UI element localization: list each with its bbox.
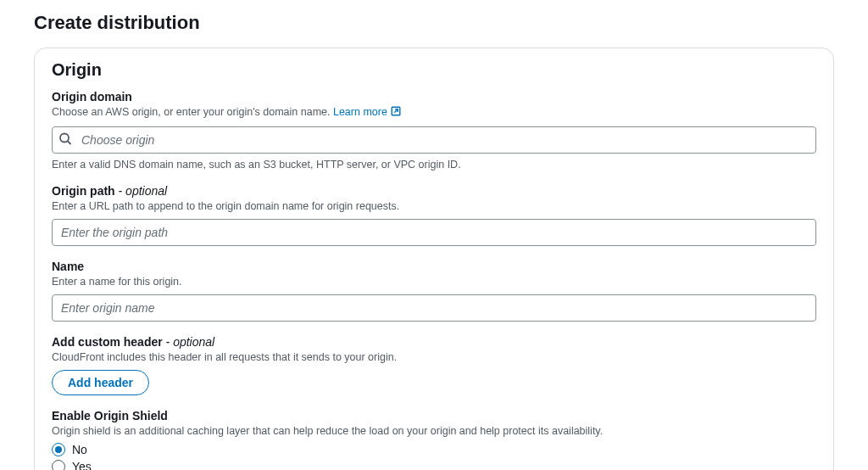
radio-label-no: No [72,443,87,456]
custom-header-desc: CloudFront includes this header in all r… [52,350,816,365]
origin-name-desc: Enter a name for this origin. [52,275,816,289]
radio-icon [52,443,65,456]
origin-shield-radio-no[interactable]: No [52,443,816,456]
add-header-button[interactable]: Add header [52,370,149,395]
origin-path-optional: - optional [115,184,167,198]
origin-path-desc: Enter a URL path to append to the origin… [52,199,816,214]
origin-shield-label: Enable Origin Shield [52,409,816,422]
radio-icon [52,460,65,470]
custom-header-optional: - optional [163,335,214,349]
custom-header-label-text: Add custom header [52,335,163,349]
origin-domain-desc-text: Choose an AWS origin, or enter your orig… [52,106,333,118]
page-title: Create distribution [34,12,834,34]
origin-name-input[interactable] [52,294,816,322]
custom-header-field: Add custom header - optional CloudFront … [52,335,816,395]
origin-name-label: Name [52,260,816,273]
origin-domain-field: Origin domain Choose an AWS origin, or e… [52,90,816,171]
origin-shield-field: Enable Origin Shield Origin shield is an… [52,409,816,471]
origin-name-field: Name Enter a name for this origin. [52,260,816,322]
origin-path-label-text: Origin path [52,184,115,198]
origin-domain-input-wrap [52,126,816,154]
origin-domain-input[interactable] [52,126,816,154]
origin-path-input[interactable] [52,219,816,246]
origin-path-input-wrap [52,219,816,246]
panel-title: Origin [52,60,816,80]
learn-more-text: Learn more [333,106,387,118]
origin-panel: Origin Origin domain Choose an AWS origi… [34,48,834,470]
origin-path-label: Origin path - optional [52,184,816,198]
radio-label-yes: Yes [72,460,92,470]
origin-name-input-wrap [52,294,816,322]
origin-domain-label: Origin domain [52,90,816,104]
origin-shield-desc: Origin shield is an additional caching l… [52,424,816,439]
learn-more-link[interactable]: Learn more [333,106,402,118]
external-link-icon [390,105,402,121]
origin-domain-hint: Enter a valid DNS domain name, such as a… [52,159,816,171]
origin-path-field: Origin path - optional Enter a URL path … [52,184,816,246]
origin-shield-radio-yes[interactable]: Yes [52,460,816,470]
custom-header-label: Add custom header - optional [52,335,816,349]
origin-domain-desc: Choose an AWS origin, or enter your orig… [52,105,816,121]
